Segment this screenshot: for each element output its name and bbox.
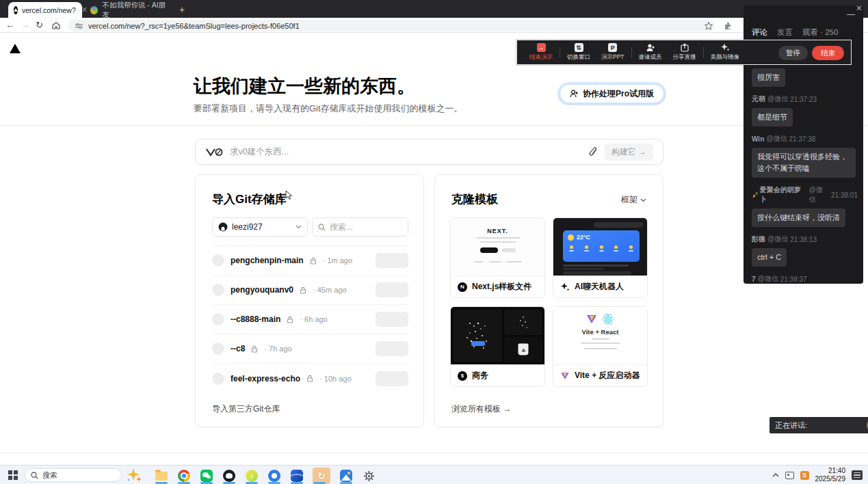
copilot-icon[interactable] [126, 468, 144, 483]
import-button-loading[interactable] [376, 341, 408, 356]
carrot-icon [752, 191, 758, 198]
url-bar[interactable]: vercel.com/new?_rsc=1ye56&teamSlug=lees-… [68, 20, 715, 31]
tab-speak[interactable]: 发言 [777, 27, 793, 38]
build-it-button[interactable]: 构建它 → [605, 144, 653, 161]
import-button-loading[interactable] [376, 312, 408, 327]
lock-icon [287, 316, 293, 323]
import-button-loading[interactable] [376, 282, 408, 297]
end-button[interactable]: 结束 [812, 46, 844, 60]
next-logo-text: NEXT. [487, 228, 508, 234]
github-desktop-icon[interactable] [222, 468, 236, 484]
home-icon[interactable] [52, 22, 60, 29]
search-icon [318, 224, 326, 231]
file-explorer-icon[interactable] [155, 468, 168, 484]
wechat-icon[interactable] [200, 468, 213, 484]
ai-favicon [90, 6, 98, 14]
new-tab-button[interactable]: + [179, 4, 185, 15]
vercel-logo[interactable] [10, 44, 21, 53]
window-close-icon[interactable]: ✕ [856, 3, 863, 13]
present-ppt-button[interactable]: P 演示PPT [601, 43, 624, 62]
template-label: AI聊天机器人 [575, 281, 624, 293]
minimize-icon[interactable]: — [847, 10, 855, 19]
tab-title: 不如我帮你说 - AI朋友 [102, 1, 170, 20]
taskbar-search[interactable]: 搜索 [25, 468, 122, 482]
attachment-icon[interactable] [589, 147, 598, 157]
collab-label: 协作处理Pro试用版 [583, 88, 654, 100]
import-button-loading[interactable] [376, 253, 408, 268]
template-nextjs[interactable]: NEXT. N Next.js样板文件 [450, 217, 545, 298]
vite-title: Vite + React [582, 328, 619, 336]
pause-button[interactable]: 暂停 [778, 46, 808, 60]
tab-vercel[interactable]: vercel.com/new? ✕ [8, 2, 82, 18]
settings-gear-icon[interactable] [362, 468, 376, 484]
repo-time: · 6h ago [300, 315, 327, 323]
weather-widget: 22°C [563, 230, 640, 262]
repo-time: · 7h ago [264, 345, 291, 353]
forward-icon[interactable]: → [21, 20, 29, 30]
repo-row[interactable]: pengyouquanv0 · 45m ago [212, 275, 408, 305]
header-divider [0, 125, 868, 126]
vite-thumbnail: Vite + React [553, 307, 647, 364]
repo-row[interactable]: --c8888-main · 6h ago [212, 305, 408, 334]
sparkle-jaguar-art [458, 315, 499, 356]
screen-share-toolbar: → 结束演示 ⇅ 切换窗口 P 演示PPT 邀请成员 分享直播 美颜与镜像 暂停… [516, 40, 852, 65]
import-button-loading[interactable] [376, 371, 408, 386]
v0-prompt-bar[interactable]: 求v0建个东西... 构建它 → [195, 139, 663, 165]
chat-messages: 很厉害 元萌@微信21:37:23 都是细节 Win@微信21:37:38 我觉… [752, 68, 858, 284]
tray-snip-icon[interactable] [785, 472, 794, 479]
v0-placeholder[interactable]: 求v0建个东西... [230, 146, 582, 158]
invite-members-button[interactable]: 邀请成员 [639, 43, 662, 62]
tray-chevron-icon[interactable] [772, 473, 779, 477]
share-live-button[interactable]: 分享直播 [673, 43, 696, 62]
start-button[interactable] [8, 470, 18, 480]
repo-search-input[interactable]: 搜索... [312, 217, 408, 237]
github-account-select[interactable]: leezi927 [212, 217, 308, 237]
browser-app-icon[interactable] [267, 468, 281, 484]
refresh-icon[interactable]: ↻ [36, 20, 43, 30]
system-tray: S 21:40 2025/5/29 [772, 466, 863, 484]
chrome-icon[interactable] [177, 468, 191, 484]
meeting-app-icon-active[interactable]: ↻ [313, 468, 330, 484]
beauty-mirror-button[interactable]: 美颜与镜像 [711, 43, 740, 62]
now-speaking-label: 正在讲话: [775, 420, 807, 431]
tab-ai-friend[interactable]: 不如我帮你说 - AI朋友 [85, 2, 175, 18]
repo-row[interactable]: pengchenpin-main · 1m ago [212, 246, 408, 275]
back-icon[interactable]: ← [5, 20, 14, 30]
repo-avatar [212, 284, 224, 296]
site-settings-icon[interactable] [75, 23, 83, 29]
repo-row[interactable]: feel-express-echo · 10h ago [212, 364, 408, 393]
bookmark-star-icon[interactable] [705, 22, 713, 30]
commerce-icon: $ [458, 371, 467, 381]
collaborate-pro-button[interactable]: 协作处理Pro试用版 [560, 84, 664, 103]
template-ai-chatbot[interactable]: 22°C AI聊天机器人 [553, 217, 648, 298]
tab-watching[interactable]: 观看 · 250 [802, 27, 838, 38]
clock[interactable]: 21:40 2025/5/29 [815, 467, 846, 484]
tab-comments[interactable]: 评论 [752, 27, 767, 38]
clone-templates-card: 克隆模板 框架 NEXT. N Next.js样板文件 [434, 174, 663, 427]
repo-name: --c8 [231, 344, 245, 353]
framework-filter[interactable]: 框架 [621, 194, 646, 206]
end-presentation-button[interactable]: → 结束演示 [529, 43, 553, 62]
vercel-new-page: 让我们建立一些新的东西。 要部署新项目，请导入现有的Git存储库或开始使用我们的… [0, 33, 868, 465]
blue-app-icon[interactable] [290, 468, 304, 484]
switch-window-icon: ⇅ [575, 43, 583, 52]
template-commerce[interactable]: $ 商务 [450, 306, 545, 387]
music-app-icon[interactable]: ♪ [245, 468, 259, 484]
import-third-party-link[interactable]: 导入第三方Git仓库 [212, 403, 280, 415]
browser-tab-strip: vercel.com/new? ✕ 不如我帮你说 - AI朋友 + [0, 0, 868, 18]
notification-center-icon[interactable] [852, 470, 863, 480]
nextjs-thumbnail: NEXT. [451, 218, 544, 275]
chat-message: 很厉害 [752, 68, 858, 87]
repo-list: pengchenpin-main · 1m ago pengyouquanv0 … [212, 245, 408, 393]
extension-icon[interactable] [724, 22, 732, 30]
switch-window-button[interactable]: ⇅ 切换窗口 [567, 43, 590, 62]
browse-all-templates-link[interactable]: 浏览所有模板 → [451, 403, 511, 415]
template-label: 商务 [472, 370, 488, 381]
photos-app-icon[interactable] [339, 468, 353, 484]
account-name: leezi927 [232, 222, 291, 232]
template-vite-react[interactable]: Vite + React Vite + 反应启动器 [553, 306, 648, 387]
filter-label: 框架 [621, 194, 637, 206]
tray-s-icon[interactable]: S [800, 471, 809, 480]
browser-toolbar: ← → ↻ vercel.com/new?_rsc=1ye56&teamSlug… [0, 18, 868, 33]
repo-row[interactable]: --c8 · 7h ago [212, 334, 408, 364]
